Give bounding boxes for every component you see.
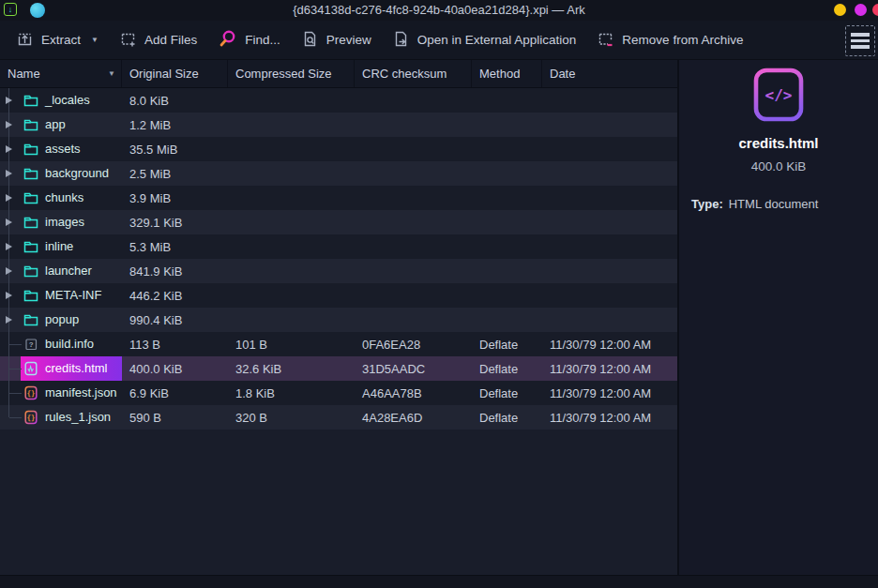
main-content: Name ▼ Original Size Compressed Size CRC…: [0, 60, 878, 575]
name-cell[interactable]: ?build.info: [0, 332, 122, 356]
cell-compressed: 32.6 KiB: [228, 356, 355, 381]
cell-crc: [355, 113, 472, 137]
column-header-date[interactable]: Date: [542, 60, 677, 87]
cell-method: [472, 137, 542, 161]
find-button[interactable]: Find...: [207, 23, 291, 57]
maximize-button[interactable]: [855, 4, 867, 16]
table-row[interactable]: {}rules_1.json590 B320 B4A28EA6DDeflate1…: [0, 405, 677, 430]
open-external-icon: [392, 30, 410, 51]
name-cell[interactable]: inline: [0, 234, 122, 259]
cell-original: 446.2 KiB: [122, 283, 228, 308]
name-cell[interactable]: {}rules_1.json: [0, 405, 122, 430]
expand-arrow-icon[interactable]: [6, 145, 12, 153]
table-row[interactable]: popup990.4 KiB: [0, 308, 677, 332]
expand-arrow-icon[interactable]: [6, 267, 12, 275]
cell-date: [542, 161, 677, 186]
expand-arrow-icon[interactable]: [6, 292, 12, 299]
expand-arrow-icon[interactable]: [6, 121, 12, 128]
cell-compressed: 101 B: [228, 332, 355, 356]
table-row[interactable]: chunks3.9 MiB: [0, 186, 677, 210]
name-cell[interactable]: popup: [0, 308, 122, 332]
table-row[interactable]: launcher841.9 KiB: [0, 259, 677, 283]
name-cell[interactable]: {}manifest.json: [0, 381, 122, 405]
column-header-compressed-size[interactable]: Compressed Size: [228, 60, 355, 87]
name-cell[interactable]: images: [0, 210, 122, 234]
name-cell[interactable]: background: [0, 161, 122, 186]
expand-arrow-icon[interactable]: [6, 243, 12, 250]
file-info-panel: </> credits.html 400.0 KiB Type:HTML doc…: [679, 60, 878, 575]
cell-original: 5.3 MiB: [122, 234, 228, 259]
entry-name: inline: [45, 239, 73, 253]
column-header-original-size[interactable]: Original Size: [122, 60, 228, 87]
cell-date: [542, 137, 677, 161]
cell-method: [472, 308, 542, 332]
folder-icon: [23, 142, 38, 157]
archive-table: Name ▼ Original Size Compressed Size CRC…: [0, 60, 679, 575]
expand-arrow-icon[interactable]: [6, 170, 12, 177]
cell-crc: [355, 283, 472, 308]
name-cell[interactable]: META-INF: [0, 283, 122, 308]
remove-icon: [597, 30, 614, 51]
column-header-name[interactable]: Name ▼: [0, 60, 122, 87]
table-row[interactable]: inline5.3 MiB: [0, 234, 677, 259]
remove-from-archive-button[interactable]: Remove from Archive: [586, 24, 753, 56]
folder-icon: [23, 190, 38, 205]
entry-name: _locales: [45, 93, 90, 107]
cell-original: 3.9 MiB: [122, 186, 228, 210]
folder-icon: [23, 166, 38, 181]
folder-icon: [23, 312, 38, 327]
table-row[interactable]: _locales8.0 KiB: [0, 88, 677, 113]
find-label: Find...: [245, 33, 280, 47]
column-header-method[interactable]: Method: [472, 60, 542, 87]
name-cell[interactable]: chunks: [0, 186, 122, 210]
cell-original: 841.9 KiB: [122, 259, 228, 283]
cell-date: [542, 186, 677, 210]
table-row[interactable]: credits.html400.0 KiB32.6 KiB31D5AADCDef…: [0, 356, 677, 381]
expand-arrow-icon[interactable]: [6, 194, 12, 202]
table-row[interactable]: assets35.5 MiB: [0, 137, 677, 161]
tree-connector: [9, 417, 22, 418]
name-cell[interactable]: launcher: [0, 259, 122, 283]
cell-original: 6.9 KiB: [122, 381, 228, 405]
column-header-crc[interactable]: CRC checksum: [355, 60, 472, 87]
cell-crc: 0FA6EA28: [355, 332, 472, 356]
open-external-button[interactable]: Open in External Application: [382, 24, 587, 56]
hamburger-menu-icon: [851, 33, 870, 37]
selected-file-size: 400.0 KiB: [679, 159, 878, 173]
cell-compressed: [228, 161, 355, 186]
table-row[interactable]: images329.1 KiB: [0, 210, 677, 234]
cell-date: [542, 113, 677, 137]
table-row[interactable]: {}manifest.json6.9 KiB1.8 KiBA46AA78BDef…: [0, 381, 677, 405]
name-cell[interactable]: app: [0, 113, 122, 137]
add-files-button[interactable]: Add Files: [109, 24, 207, 56]
cell-compressed: [228, 308, 355, 332]
folder-icon: [23, 93, 38, 108]
cell-method: Deflate: [472, 381, 542, 405]
extract-button[interactable]: Extract ▼: [6, 24, 109, 56]
json-file-icon: {}: [23, 385, 38, 400]
table-row[interactable]: background2.5 MiB: [0, 161, 677, 186]
folder-icon: [23, 288, 38, 303]
cell-method: [472, 283, 542, 308]
sort-descending-icon: ▼: [108, 69, 115, 78]
cell-date: [542, 308, 677, 332]
table-row[interactable]: app1.2 MiB: [0, 113, 677, 137]
minimize-button[interactable]: [834, 4, 846, 16]
close-button[interactable]: [872, 4, 878, 16]
expand-arrow-icon[interactable]: [6, 97, 12, 104]
table-row[interactable]: META-INF446.2 KiB: [0, 283, 677, 308]
name-cell[interactable]: assets: [0, 137, 122, 161]
name-cell[interactable]: _locales: [0, 88, 122, 113]
html-file-icon: [23, 361, 38, 376]
table-row[interactable]: ?build.info113 B101 B0FA6EA28Deflate11/3…: [0, 332, 677, 356]
cell-crc: [355, 259, 472, 283]
status-strip: [0, 575, 878, 588]
hamburger-menu-button[interactable]: [845, 25, 875, 56]
expand-arrow-icon[interactable]: [6, 219, 12, 226]
name-cell[interactable]: credits.html: [0, 356, 122, 381]
cell-original: 35.5 MiB: [122, 137, 228, 161]
expand-arrow-icon[interactable]: [6, 316, 12, 324]
preview-label: Preview: [326, 33, 371, 47]
cell-original: 8.0 KiB: [122, 88, 228, 113]
preview-button[interactable]: Preview: [291, 24, 382, 56]
